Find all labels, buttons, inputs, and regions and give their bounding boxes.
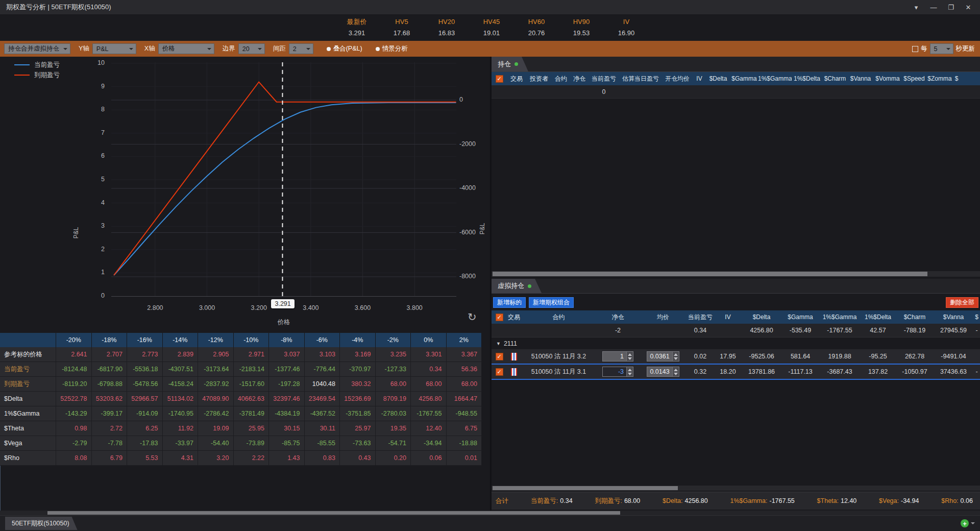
- stepper-value[interactable]: -3: [603, 367, 626, 376]
- net-position-stepper[interactable]: 1: [596, 351, 640, 361]
- add-underlying-button[interactable]: 新增标的: [493, 297, 526, 308]
- auto-refresh-checkbox[interactable]: [912, 46, 918, 52]
- positions-column-header[interactable]: 净仓: [570, 75, 589, 83]
- stepper-down-icon[interactable]: [674, 357, 678, 360]
- scenario-row-label: 参考标的价格: [0, 347, 56, 362]
- stepper-down-icon[interactable]: [628, 373, 632, 375]
- virtual-column-header[interactable]: $Charm: [896, 313, 934, 321]
- legend-item[interactable]: 当前盈亏: [14, 60, 60, 70]
- virtual-column-header[interactable]: $Vanna: [934, 313, 973, 321]
- virtual-column-header[interactable]: 合约: [521, 313, 596, 322]
- minimize-icon[interactable]: —: [927, 2, 940, 13]
- stepper-value[interactable]: 0.0143: [647, 367, 672, 376]
- positions-column-header[interactable]: 1%$Delta: [792, 75, 822, 82]
- close-icon[interactable]: ✕: [962, 2, 975, 13]
- virtual-position-row[interactable]: 510050 沽 11月 3.210.03610.0217.95-9525.06…: [492, 349, 980, 365]
- refresh-icon[interactable]: ↻: [468, 311, 477, 323]
- stepper-arrows[interactable]: [672, 352, 679, 361]
- positions-column-header[interactable]: 估算当日盈亏: [619, 75, 662, 83]
- scenario-row-label: 当前盈亏: [0, 362, 56, 377]
- virtual-column-header[interactable]: 均价: [640, 313, 687, 322]
- delete-all-button[interactable]: 删除全部: [946, 297, 978, 308]
- virtual-column-header[interactable]: $: [973, 313, 980, 321]
- avg-price-stepper[interactable]: 0.0143: [640, 367, 687, 377]
- virtual-column-header[interactable]: 净仓: [596, 313, 640, 322]
- positions-column-header[interactable]: $Delta: [706, 75, 730, 82]
- add-tab-icon[interactable]: +: [961, 519, 969, 527]
- virtual-group-row[interactable]: ▼ 2111: [492, 337, 980, 349]
- positions-column-header[interactable]: $Gamma: [730, 75, 758, 82]
- scrollbar-thumb[interactable]: [47, 511, 620, 515]
- stepper[interactable]: 0.0361: [647, 351, 679, 361]
- stepper-arrows[interactable]: [672, 367, 679, 376]
- positions-table-row[interactable]: 0: [492, 85, 980, 99]
- x-axis-select[interactable]: 价格: [158, 43, 214, 54]
- boundary-select[interactable]: 20: [238, 43, 265, 54]
- legend-item[interactable]: 到期盈亏: [14, 70, 60, 80]
- scrollbar-thumb[interactable]: [493, 486, 678, 490]
- stepper-up-icon[interactable]: [628, 369, 632, 371]
- positions-column-header[interactable]: 当前盈亏: [589, 75, 619, 83]
- positions-column-header[interactable]: 开仓均价: [662, 75, 693, 83]
- virtual-cell: 581.64: [781, 353, 819, 360]
- virtual-column-header[interactable]: $Gamma: [781, 313, 819, 321]
- maximize-icon[interactable]: ❐: [944, 2, 958, 13]
- positions-column-header[interactable]: $Vomma: [873, 75, 902, 82]
- positions-column-header[interactable]: $Charm: [822, 75, 848, 82]
- virtual-column-header[interactable]: $Delta: [742, 313, 781, 321]
- scenario-cell: 8.08: [56, 451, 92, 466]
- menu-caret-icon[interactable]: ▾: [910, 2, 923, 13]
- stepper-arrows[interactable]: [626, 367, 633, 376]
- positions-column-header[interactable]: $: [953, 75, 960, 82]
- interval-select[interactable]: 2: [289, 43, 313, 54]
- scenario-cell: 15236.69: [340, 392, 376, 406]
- stepper-value[interactable]: 0.0361: [647, 352, 672, 361]
- virtual-column-header[interactable]: 1%$Gamma: [819, 313, 860, 321]
- avg-price-stepper[interactable]: 0.0361: [640, 351, 687, 361]
- scenario-cell: -2780.03: [376, 406, 411, 421]
- totals-item-label: 1%$Gamma:: [730, 497, 768, 504]
- scenario-cell: 2.839: [163, 347, 199, 362]
- positions-column-header[interactable]: $Speed: [902, 75, 926, 82]
- select-all-checkbox[interactable]: [496, 75, 503, 83]
- scenario-row: 参考标的价格2.6412.7072.7732.8392.9052.9713.03…: [0, 347, 482, 362]
- positions-column-header[interactable]: 投资者: [526, 75, 552, 83]
- stepper-value[interactable]: 1: [603, 352, 626, 361]
- positions-column-header[interactable]: 交易: [507, 75, 526, 83]
- stepper-arrows[interactable]: [626, 352, 633, 361]
- select-all-checkbox[interactable]: [496, 313, 503, 321]
- virtual-column-header[interactable]: 1%$Delta: [860, 313, 896, 321]
- totals-item: 1%$Gamma:-1767.55: [730, 497, 795, 504]
- position-mode-select[interactable]: 持仓合并虚拟持仓: [4, 43, 70, 54]
- stepper-up-icon[interactable]: [674, 353, 678, 356]
- stepper-up-icon[interactable]: [628, 353, 632, 356]
- net-position-stepper[interactable]: -3: [596, 367, 640, 377]
- positions-column-header[interactable]: 合约: [552, 75, 570, 83]
- stepper-down-icon[interactable]: [628, 357, 632, 360]
- row-checkbox[interactable]: [496, 368, 503, 376]
- stepper-down-icon[interactable]: [674, 373, 678, 375]
- add-option-combo-button[interactable]: 新增期权组合: [529, 297, 574, 308]
- positions-column-header[interactable]: 1%$Gamma: [758, 75, 792, 82]
- scenario-radio[interactable]: 情景分析: [376, 44, 408, 53]
- status-tab-underlying[interactable]: 50ETF期权(510050): [5, 517, 78, 530]
- add-tab-caret-icon[interactable]: [971, 522, 975, 526]
- stepper-up-icon[interactable]: [674, 369, 678, 371]
- tab-virtual-positions[interactable]: 虚拟持仓: [492, 279, 542, 293]
- positions-column-header[interactable]: IV: [693, 75, 706, 82]
- positions-column-header[interactable]: $Zomma: [926, 75, 953, 82]
- virtual-column-header[interactable]: IV: [714, 313, 742, 321]
- stepper[interactable]: 1: [602, 351, 633, 361]
- stepper[interactable]: -3: [602, 367, 633, 377]
- virtual-column-header[interactable]: 当前盈亏: [687, 313, 714, 322]
- virtual-position-row[interactable]: 510050 沽 11月 3.1-30.01430.3218.2013781.8…: [492, 365, 980, 380]
- virtual-column-header[interactable]: 交易: [507, 313, 521, 322]
- refresh-seconds-select[interactable]: 5: [930, 43, 953, 54]
- stepper[interactable]: 0.0143: [647, 367, 679, 377]
- overlay-radio[interactable]: 叠合(P&L): [327, 44, 362, 53]
- row-checkbox[interactable]: [496, 353, 503, 360]
- scrollbar-thumb[interactable]: [493, 272, 927, 276]
- positions-column-header[interactable]: $Vanna: [848, 75, 873, 82]
- tab-positions[interactable]: 持仓: [492, 57, 528, 71]
- y-axis-select[interactable]: P&L: [92, 43, 136, 54]
